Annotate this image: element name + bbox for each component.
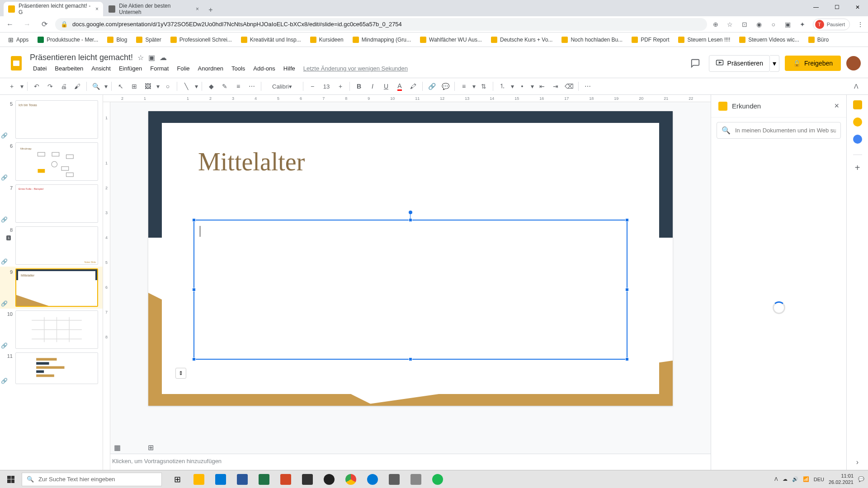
slide-thumb-selected[interactable]: Mittelalter [15, 268, 98, 307]
extension-icon[interactable]: ▣ [784, 20, 792, 28]
italic-button[interactable]: I [366, 80, 379, 93]
more-button[interactable]: ⋯ [581, 80, 594, 93]
doc-title[interactable]: Präsentieren leicht gemacht! [30, 53, 133, 62]
task-view-button[interactable]: ⊞ [166, 470, 188, 488]
taskbar-app[interactable] [253, 470, 275, 488]
slide-thumb[interactable] [15, 310, 98, 349]
present-button[interactable]: Präsentieren [709, 55, 770, 72]
line-tool[interactable]: ╲ [180, 80, 193, 93]
resize-handle[interactable] [409, 218, 412, 222]
browser-tab[interactable]: Die Aktien der besten Unterneh × [104, 2, 203, 16]
resize-handle[interactable] [625, 288, 629, 291]
bookmark-item[interactable]: Büro [805, 35, 832, 45]
close-button[interactable]: ✕ [847, 0, 868, 14]
resize-handle[interactable] [625, 218, 629, 222]
present-dropdown[interactable]: ▾ [770, 55, 779, 72]
bookmark-item[interactable]: Steuern Lesen !!!! [675, 35, 734, 45]
bookmark-item[interactable]: Kursideen [307, 35, 347, 45]
indent-decrease-button[interactable]: ⇤ [536, 80, 548, 93]
bookmark-item[interactable]: Mindmapping (Gru... [349, 35, 415, 45]
apps-button[interactable]: ⊞Apps [5, 34, 32, 45]
menu-format[interactable]: Format [147, 63, 172, 74]
extensions-menu-icon[interactable]: ✦ [798, 20, 807, 28]
text-box-selected[interactable] [193, 220, 627, 360]
resize-handle[interactable] [625, 357, 629, 361]
start-button[interactable] [0, 470, 22, 488]
bookmark-item[interactable]: PDF Report [628, 35, 673, 45]
menu-edit[interactable]: Bearbeiten [52, 63, 86, 74]
highlight-button[interactable]: 🖍 [407, 80, 420, 93]
tasks-icon[interactable] [853, 135, 862, 144]
taskbar-app[interactable] [275, 470, 297, 488]
print-button[interactable]: 🖨 [57, 80, 70, 93]
slide-thumb[interactable] [15, 352, 98, 384]
menu-help[interactable]: Hilfe [280, 63, 298, 74]
border-dash-button[interactable]: ⋯ [245, 80, 258, 93]
keep-icon[interactable] [853, 117, 862, 127]
link-button[interactable]: 🔗 [425, 80, 438, 93]
taskbar-app[interactable] [210, 470, 231, 488]
bullet-list-button[interactable]: • [516, 80, 528, 93]
bookmark-item[interactable]: Kreativität und Insp... [237, 35, 305, 45]
font-select[interactable]: Calibri ▾ [264, 80, 300, 93]
menu-tools[interactable]: Tools [228, 63, 248, 74]
tray-cloud-icon[interactable]: ☁ [783, 476, 788, 482]
font-size-decrease[interactable]: − [306, 80, 319, 93]
image-dropdown[interactable]: ▾ [155, 80, 160, 93]
calendar-icon[interactable] [853, 100, 862, 109]
textbox-tool[interactable]: ⊞ [128, 80, 141, 93]
last-edit-link[interactable]: Letzte Änderung vor wenigen Sekunden [300, 63, 411, 74]
redo-button[interactable]: ↷ [44, 80, 57, 93]
select-tool[interactable]: ↖ [114, 80, 127, 93]
maximize-button[interactable]: ☐ [826, 0, 847, 14]
taskbar-app[interactable] [188, 470, 210, 488]
line-spacing-button[interactable]: ⇅ [477, 80, 490, 93]
line-dropdown[interactable]: ▾ [193, 80, 199, 93]
tray-wifi-icon[interactable]: 📶 [803, 476, 809, 482]
close-icon[interactable]: × [95, 6, 99, 12]
bookmark-item[interactable]: Produktsuche - Mer... [34, 35, 102, 45]
image-tool[interactable]: 🖼 [142, 80, 154, 93]
qr-icon[interactable]: ⊡ [741, 20, 749, 28]
comments-button[interactable] [687, 55, 703, 71]
bookmark-item[interactable]: Später [132, 35, 165, 45]
explore-search[interactable]: 🔍 [717, 122, 841, 139]
slide-thumb[interactable]: Notes Slide [15, 226, 98, 265]
menu-view[interactable]: Ansicht [88, 63, 114, 74]
user-avatar[interactable] [846, 56, 861, 70]
bookmark-item[interactable]: Professionell Schrei... [167, 35, 236, 45]
fill-color-button[interactable]: ◆ [205, 80, 217, 93]
slide-thumb[interactable]: Ich bin Texas [15, 100, 98, 139]
bullet-list-dropdown[interactable]: ▾ [529, 80, 535, 93]
close-icon[interactable]: × [834, 101, 839, 111]
tray-chevron-icon[interactable]: ᐱ [774, 476, 778, 482]
slides-logo[interactable] [7, 54, 25, 72]
text-color-button[interactable]: A [393, 80, 406, 93]
border-color-button[interactable]: ✎ [218, 80, 231, 93]
taskbar-app[interactable] [231, 470, 253, 488]
collapse-rail-button[interactable]: › [856, 458, 859, 466]
move-icon[interactable]: ▣ [148, 53, 155, 62]
grid-view-button[interactable]: ⊞ [148, 443, 154, 452]
new-tab-button[interactable]: + [204, 4, 217, 16]
slide-canvas[interactable]: Mittelalter ⇕ [148, 111, 673, 406]
close-icon[interactable]: × [196, 6, 199, 12]
slide-thumb[interactable]: Erste Folie - Beispiel [15, 184, 98, 223]
zoom-button[interactable]: 🔍 [90, 80, 102, 93]
taskbar-app[interactable] [318, 470, 340, 488]
taskbar-app[interactable] [297, 470, 318, 488]
speaker-notes[interactable]: Klicken, um Vortragsnotizen hinzuzufügen [103, 454, 711, 472]
align-button[interactable]: ≡ [458, 80, 470, 93]
align-dropdown[interactable]: ▾ [471, 80, 476, 93]
shape-tool[interactable]: ○ [161, 80, 174, 93]
taskbar-chrome[interactable] [340, 470, 362, 488]
share-button[interactable]: 🔒 Freigeben [785, 56, 841, 71]
extension-icon[interactable]: ○ [769, 20, 778, 28]
menu-file[interactable]: Datei [30, 63, 50, 74]
paint-format-button[interactable]: 🖌 [71, 80, 84, 93]
slide-title[interactable]: Mittelalter [198, 147, 305, 176]
explore-search-input[interactable] [735, 127, 836, 134]
star-icon[interactable]: ☆ [726, 20, 734, 28]
resize-handle[interactable] [192, 218, 196, 222]
tray-clock[interactable]: 11:01 26.02.2021 [829, 473, 854, 485]
